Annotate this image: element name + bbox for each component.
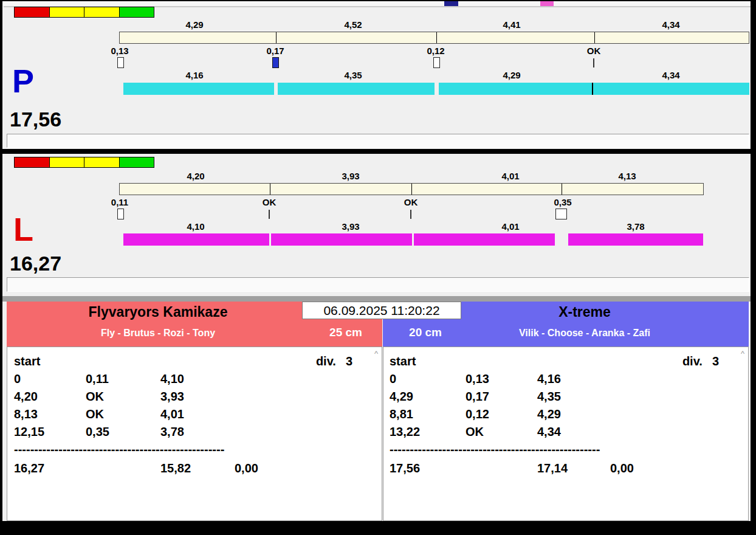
lane-total-l: 16,27 bbox=[10, 252, 61, 275]
split-top-label: 4,20 bbox=[187, 171, 204, 181]
split-top-label: 4,52 bbox=[344, 19, 362, 30]
gate-marker-outline bbox=[117, 209, 124, 219]
cumulative-time: 13,22 bbox=[390, 423, 466, 441]
cumulative-time: 8,81 bbox=[390, 406, 466, 423]
light-yellow-icon bbox=[84, 157, 120, 167]
run-bar-segment bbox=[439, 83, 592, 95]
separator-row: ----------------------------------------… bbox=[14, 441, 382, 458]
gate-label: 0,11 bbox=[111, 197, 128, 207]
gate-label: 0,35 bbox=[554, 197, 571, 207]
split-time: 4,29 bbox=[537, 406, 610, 423]
split-time: 4,35 bbox=[537, 388, 610, 406]
split-time: 3,93 bbox=[160, 388, 235, 406]
track-divider bbox=[562, 184, 562, 195]
split-track-p bbox=[119, 32, 749, 44]
gate-time: 0,12 bbox=[466, 406, 537, 423]
totals-row: 16,2715,820,00 bbox=[14, 460, 382, 477]
lane-total-p: 17,56 bbox=[10, 108, 61, 131]
light-green-icon bbox=[120, 157, 154, 167]
gate-time: 0,35 bbox=[86, 423, 160, 441]
run-bar-segment bbox=[414, 233, 555, 246]
split-bottom-label: 3,93 bbox=[342, 221, 359, 232]
run-bar-segment bbox=[593, 83, 749, 95]
cumulative-time: 0 bbox=[14, 370, 86, 388]
team-lineup-right: Vilik - Choose - Aranka - Zafi bbox=[444, 328, 726, 339]
split-track-l bbox=[119, 183, 704, 195]
split-time: 4,10 bbox=[160, 370, 235, 388]
split-top-label: 4,34 bbox=[662, 19, 679, 30]
gate-label: OK bbox=[587, 46, 601, 56]
datetime-display: 06.09.2025 11:20:22 bbox=[302, 302, 461, 319]
run-bar-segment bbox=[123, 233, 269, 246]
gate-marker-outline bbox=[433, 57, 440, 68]
split-time: 3,78 bbox=[160, 423, 235, 441]
run-row: 00,114,10 bbox=[14, 370, 382, 388]
run-row: 8,810,124,29 bbox=[390, 406, 748, 423]
gate-time: 0,17 bbox=[466, 388, 537, 406]
split-bottom-label: 4,34 bbox=[662, 70, 679, 80]
light-green-icon bbox=[120, 7, 154, 17]
split-top-label: 4,41 bbox=[503, 19, 520, 30]
split-top-label: 4,29 bbox=[185, 19, 203, 30]
start-row: start div.3 bbox=[390, 353, 748, 370]
gate-label: OK bbox=[404, 197, 418, 207]
cumulative-time: 0 bbox=[390, 370, 466, 388]
run-bar-segment bbox=[568, 233, 703, 246]
results-panel-right: ^ start div.3 00,134,16 4,290,174,35 8,8… bbox=[383, 347, 749, 521]
start-label: start bbox=[390, 353, 466, 370]
split-time: 4,34 bbox=[537, 423, 610, 441]
net-time: 15,82 bbox=[160, 460, 235, 477]
light-red-icon bbox=[15, 7, 50, 17]
penalty-time: 0,00 bbox=[235, 460, 258, 477]
split-top-label: 4,01 bbox=[501, 171, 519, 181]
lane-letter-l: L bbox=[13, 213, 33, 246]
lane-separator bbox=[2, 149, 751, 154]
light-yellow-icon bbox=[50, 157, 85, 167]
cumulative-time: 8,13 bbox=[14, 406, 86, 423]
gate-label: 0,17 bbox=[266, 46, 284, 56]
division-label: div. bbox=[316, 354, 336, 368]
run-row: 4,20OK3,93 bbox=[14, 388, 382, 406]
gate-marker-tick bbox=[410, 210, 411, 219]
split-bottom-label: 4,29 bbox=[503, 70, 520, 80]
cumulative-time: 4,20 bbox=[14, 388, 86, 406]
results-panel-left: ^ start div.3 00,114,10 4,20OK3,93 8,13O… bbox=[7, 347, 382, 521]
run-bar-segment bbox=[123, 83, 274, 95]
scoreboard-separator-band bbox=[2, 296, 751, 302]
gate-marker-outline bbox=[117, 57, 124, 68]
gate-label: 0,13 bbox=[111, 46, 128, 56]
toolbar-fragment-blue bbox=[444, 1, 458, 6]
start-row: start div.3 bbox=[14, 353, 382, 370]
split-time: 4,01 bbox=[160, 406, 235, 423]
division-label: div. bbox=[682, 354, 703, 368]
division-info: div.3 bbox=[316, 353, 352, 370]
total-time: 17,56 bbox=[390, 460, 466, 477]
gate-time: OK bbox=[86, 406, 160, 423]
total-time: 16,27 bbox=[14, 460, 86, 477]
run-row: 12,150,353,78 bbox=[14, 423, 382, 441]
split-bottom-label: 3,78 bbox=[627, 221, 644, 232]
track-divider bbox=[594, 32, 595, 43]
gate-marker-box bbox=[555, 209, 567, 219]
run-row: 00,134,16 bbox=[390, 370, 748, 388]
cumulative-time: 4,29 bbox=[390, 388, 466, 406]
split-top-label: 3,93 bbox=[342, 171, 359, 181]
division-info: div.3 bbox=[682, 353, 719, 370]
gate-marker-tick bbox=[269, 210, 270, 219]
team-lineup-left: Fly - Brutus - Rozi - Tony bbox=[7, 328, 309, 339]
gate-marker-filled bbox=[272, 57, 279, 68]
gate-time: OK bbox=[86, 388, 160, 406]
gate-time: 0,13 bbox=[466, 370, 537, 388]
flyball-timing-window: 4,29 4,52 4,41 4,34 0,13 0,17 0,12 OK 4,… bbox=[0, 0, 756, 535]
run-bar-segment bbox=[271, 233, 412, 246]
toolbar-fragment-pink bbox=[540, 1, 554, 6]
run-row: 4,290,174,35 bbox=[390, 388, 748, 406]
gate-label: OK bbox=[263, 197, 277, 207]
light-yellow-icon bbox=[50, 7, 85, 17]
split-bottom-label: 4,01 bbox=[501, 221, 519, 232]
light-red-icon bbox=[15, 157, 50, 167]
run-row: 8,13OK4,01 bbox=[14, 406, 382, 423]
start-lights-l bbox=[14, 157, 154, 168]
gate-time: OK bbox=[466, 423, 537, 441]
run-bar-segment bbox=[278, 83, 435, 95]
